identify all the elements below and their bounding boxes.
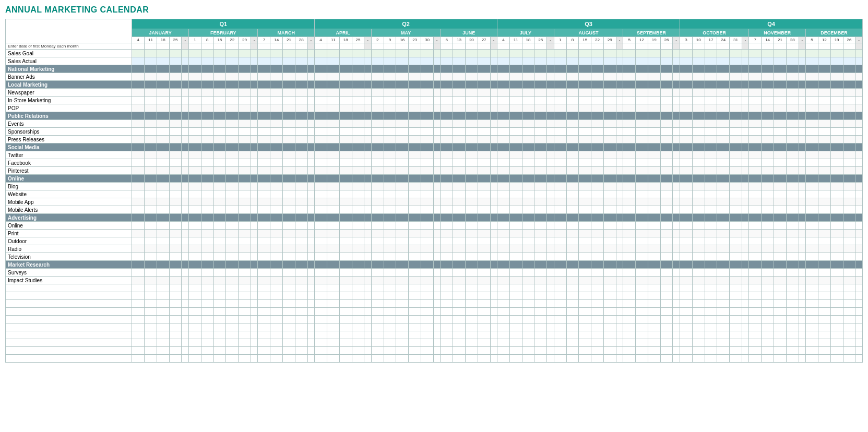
data-cell[interactable] — [327, 300, 339, 308]
data-cell[interactable] — [818, 112, 830, 120]
data-cell[interactable] — [705, 89, 717, 97]
data-cell[interactable] — [534, 253, 547, 261]
date-input-cell[interactable] — [189, 43, 201, 50]
data-cell[interactable] — [616, 175, 623, 183]
data-cell[interactable] — [522, 261, 534, 269]
data-cell[interactable] — [465, 97, 478, 104]
data-cell[interactable] — [660, 292, 673, 300]
data-cell[interactable] — [213, 277, 226, 284]
data-cell[interactable] — [749, 300, 762, 308]
data-cell[interactable] — [786, 237, 799, 245]
date-cell[interactable]: 16 — [396, 37, 409, 43]
data-cell[interactable] — [421, 57, 434, 65]
data-cell[interactable] — [371, 292, 384, 300]
data-cell[interactable] — [591, 190, 604, 198]
data-cell[interactable] — [189, 355, 201, 363]
data-cell[interactable] — [566, 183, 579, 190]
data-cell[interactable] — [522, 284, 534, 292]
data-cell[interactable] — [352, 323, 364, 331]
data-cell[interactable] — [818, 284, 830, 292]
data-cell[interactable] — [554, 50, 566, 57]
data-cell[interactable] — [384, 269, 396, 277]
data-cell[interactable] — [453, 112, 466, 120]
data-cell[interactable] — [478, 355, 490, 363]
data-cell[interactable] — [692, 159, 705, 167]
data-cell[interactable] — [742, 112, 749, 120]
data-cell[interactable] — [371, 269, 384, 277]
data-cell[interactable] — [742, 316, 749, 323]
data-cell[interactable] — [189, 261, 201, 269]
data-cell[interactable] — [283, 206, 295, 214]
data-cell[interactable] — [554, 214, 566, 222]
data-cell[interactable] — [307, 104, 315, 112]
data-cell[interactable] — [182, 89, 189, 97]
data-cell[interactable] — [315, 167, 327, 175]
data-cell[interactable] — [490, 183, 497, 190]
data-cell[interactable] — [283, 159, 295, 167]
data-cell[interactable] — [352, 136, 364, 143]
data-cell[interactable] — [157, 73, 169, 81]
data-cell[interactable] — [371, 112, 384, 120]
data-cell[interactable] — [591, 355, 604, 363]
data-cell[interactable] — [201, 214, 213, 222]
data-cell[interactable] — [213, 284, 226, 292]
data-cell[interactable] — [660, 128, 673, 136]
data-cell[interactable] — [509, 237, 522, 245]
data-cell[interactable] — [623, 261, 636, 269]
data-cell[interactable] — [307, 97, 315, 104]
data-cell[interactable] — [680, 120, 692, 128]
data-cell[interactable] — [465, 245, 478, 253]
data-cell[interactable] — [145, 277, 157, 284]
data-cell[interactable] — [762, 316, 774, 323]
data-cell[interactable] — [623, 136, 636, 143]
data-cell[interactable] — [213, 183, 226, 190]
data-cell[interactable] — [799, 198, 806, 206]
data-cell[interactable] — [717, 104, 730, 112]
data-cell[interactable] — [465, 261, 478, 269]
data-cell[interactable] — [673, 120, 680, 128]
data-cell[interactable] — [497, 175, 510, 183]
data-cell[interactable] — [270, 323, 283, 331]
data-cell[interactable] — [339, 120, 352, 128]
data-cell[interactable] — [680, 245, 692, 253]
data-cell[interactable] — [818, 143, 830, 151]
data-cell[interactable] — [554, 175, 566, 183]
data-cell[interactable] — [636, 65, 648, 73]
data-cell[interactable] — [648, 316, 660, 323]
data-cell[interactable] — [660, 198, 673, 206]
data-cell[interactable] — [648, 159, 660, 167]
data-cell[interactable] — [226, 300, 239, 308]
data-cell[interactable] — [307, 198, 315, 206]
data-cell[interactable] — [680, 167, 692, 175]
data-cell[interactable] — [497, 89, 510, 97]
data-cell[interactable] — [169, 292, 182, 300]
data-cell[interactable] — [396, 143, 409, 151]
data-cell[interactable] — [806, 89, 818, 97]
data-cell[interactable] — [226, 151, 239, 159]
data-cell[interactable] — [478, 269, 490, 277]
data-cell[interactable] — [441, 339, 453, 347]
data-cell[interactable] — [717, 112, 730, 120]
data-cell[interactable] — [364, 206, 372, 214]
data-cell[interactable] — [478, 292, 490, 300]
data-cell[interactable] — [623, 230, 636, 237]
data-cell[interactable] — [855, 190, 863, 198]
data-cell[interactable] — [591, 198, 604, 206]
data-cell[interactable] — [534, 292, 547, 300]
data-cell[interactable] — [692, 73, 705, 81]
data-cell[interactable] — [623, 151, 636, 159]
data-cell[interactable] — [742, 277, 749, 284]
data-cell[interactable] — [239, 73, 251, 81]
date-cell[interactable]: 12 — [636, 37, 648, 43]
data-cell[interactable] — [384, 316, 396, 323]
data-cell[interactable] — [270, 183, 283, 190]
data-cell[interactable] — [132, 151, 145, 159]
data-cell[interactable] — [270, 57, 283, 65]
data-cell[interactable] — [201, 81, 213, 89]
data-cell[interactable] — [157, 167, 169, 175]
data-cell[interactable] — [623, 308, 636, 316]
date-input-cell[interactable] — [636, 43, 648, 50]
data-cell[interactable] — [315, 331, 327, 339]
data-cell[interactable] — [352, 331, 364, 339]
data-cell[interactable] — [806, 206, 818, 214]
